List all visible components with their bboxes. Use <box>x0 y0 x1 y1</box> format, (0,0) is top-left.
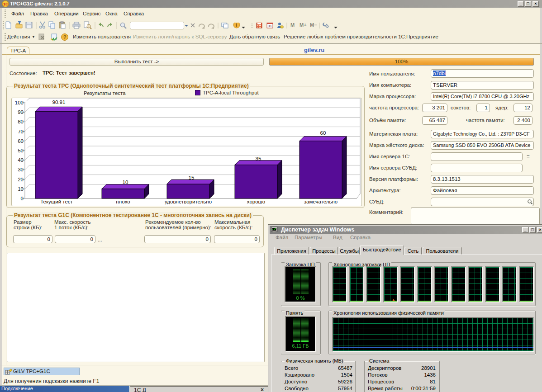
svg-text:40: 40 <box>18 157 24 163</box>
svg-text:31: 31 <box>268 24 272 28</box>
svg-text:50: 50 <box>18 148 24 153</box>
svg-text:?: ? <box>63 34 67 40</box>
svg-text:хорошо: хорошо <box>247 199 265 204</box>
svg-text:M−: M− <box>310 23 317 28</box>
svg-text:удовлетворительно: удовлетворительно <box>165 199 212 204</box>
svg-text:i: i <box>236 23 237 28</box>
svg-text:10: 10 <box>123 179 128 185</box>
svg-text:100: 100 <box>15 100 24 105</box>
svg-text:M: M <box>290 23 295 28</box>
svg-text:замечательно: замечательно <box>304 199 338 204</box>
svg-text:M+: M+ <box>300 23 307 28</box>
svg-text:Текущий тест: Текущий тест <box>40 199 73 204</box>
svg-text:35: 35 <box>256 156 261 161</box>
svg-text:60: 60 <box>18 138 24 144</box>
svg-text:15: 15 <box>189 175 195 180</box>
svg-text:0: 0 <box>21 196 24 201</box>
svg-text:1С: 1С <box>3 2 9 6</box>
svg-text:10: 10 <box>18 186 24 192</box>
svg-text:70: 70 <box>18 129 24 134</box>
svg-text:20: 20 <box>18 177 24 182</box>
svg-text:80: 80 <box>18 119 24 124</box>
svg-text:60: 60 <box>320 130 326 136</box>
svg-text:плохо: плохо <box>116 199 130 204</box>
svg-text:30: 30 <box>18 167 24 172</box>
svg-text:90: 90 <box>18 109 24 115</box>
svg-text:90.91: 90.91 <box>52 99 66 105</box>
